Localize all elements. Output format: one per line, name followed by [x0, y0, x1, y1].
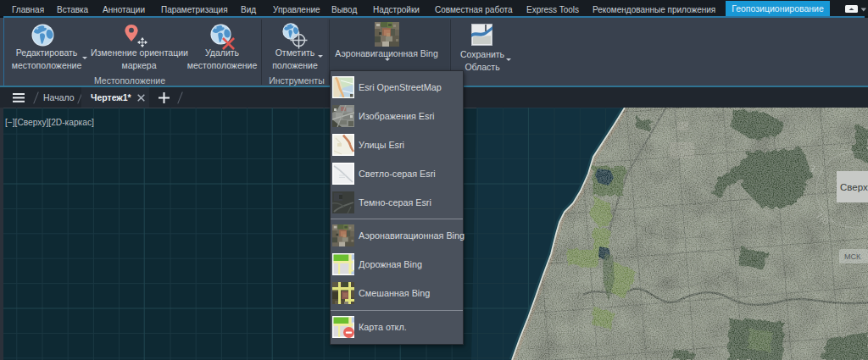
svg-text:МСК: МСК [844, 252, 861, 261]
svg-text:[−][Сверху][2D-каркас]: [−][Сверху][2D-каркас] [5, 118, 94, 127]
svg-text:Сверху: Сверху [840, 182, 868, 192]
